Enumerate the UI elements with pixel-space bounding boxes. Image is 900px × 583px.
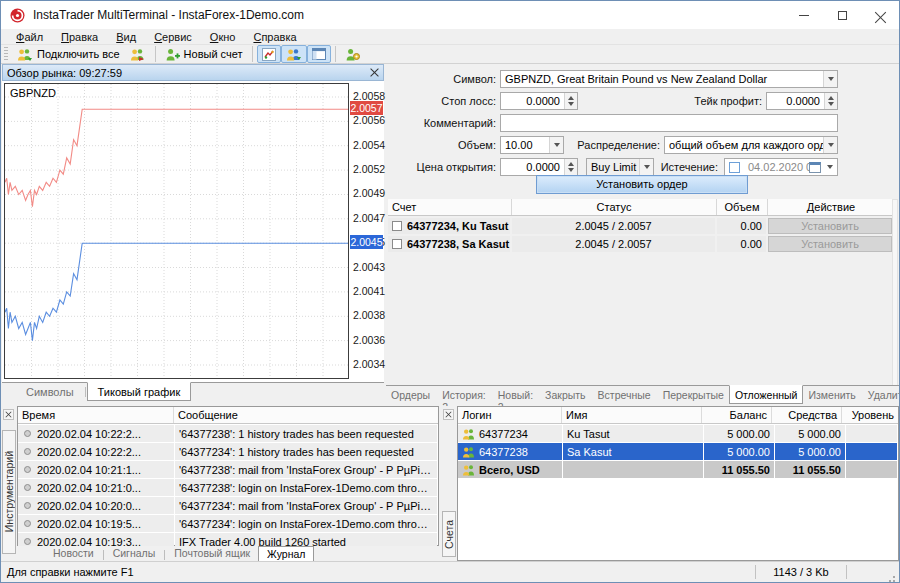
journal-table-header: Время Сообщение	[18, 407, 438, 424]
connect-all-button[interactable]: Подключить все	[12, 45, 125, 63]
tab-modify[interactable]: Изменить	[803, 386, 860, 403]
place-order-button[interactable]: Установить ордер	[536, 175, 748, 194]
take-profit-field[interactable]: 0.0000	[766, 92, 838, 110]
toolbox-close-button[interactable]	[3, 409, 14, 420]
journal-row[interactable]: 2020.02.04 10:21:0... '64377238': login …	[18, 479, 438, 496]
status-cell: 2.0045 / 2.0057	[512, 236, 715, 252]
menu-help[interactable]: Справка	[244, 31, 305, 43]
menu-edit[interactable]: Правка	[52, 31, 107, 43]
maximize-icon	[838, 11, 847, 20]
resize-grip-icon[interactable]	[893, 576, 895, 578]
column-header-level[interactable]: Уровень	[842, 407, 898, 423]
column-header-balance[interactable]: Баланс	[702, 407, 772, 423]
toolbox-vertical-tab[interactable]: Инструментарий	[2, 430, 16, 554]
expiration-value: 04.02.2020 09:37	[744, 161, 809, 173]
accounts-table-header: Логин Имя Баланс Средства Уровень	[458, 407, 898, 424]
account-row[interactable]: 64377234 Ku Tasut 5 000.00 5 000.00	[458, 425, 898, 442]
symbol-label: Символ:	[386, 70, 496, 88]
symbol-select[interactable]: GBPNZD, Great Britain Pound vs New Zeala…	[500, 70, 838, 88]
journal-table: Время Сообщение 2020.02.04 10:22:2... '6…	[17, 406, 439, 546]
column-header-account[interactable]: Счет	[388, 199, 512, 215]
chevron-down-icon[interactable]	[549, 137, 563, 153]
chevron-down-icon[interactable]	[639, 159, 653, 175]
account-row-selected[interactable]: 64377238 Sa Kasut 5 000.00 5 000.00	[458, 443, 898, 460]
distribution-select[interactable]: общий объем для каждого ордера	[664, 136, 838, 154]
stop-loss-field[interactable]: 0.0000	[500, 92, 578, 110]
toolbox-toggle[interactable]	[307, 45, 331, 63]
tick-chart[interactable]: GBPNZD 2.00582.00562.00542.00522.00492.0…	[2, 81, 384, 382]
bid-price-badge: 2.0045	[350, 235, 383, 249]
chevron-down-icon[interactable]	[823, 71, 837, 87]
close-button[interactable]	[861, 1, 899, 29]
accounts-close-button[interactable]	[443, 409, 454, 420]
tab-close[interactable]: Закрыть	[540, 386, 590, 403]
tab-tick-chart[interactable]: Тиковый график	[87, 382, 192, 401]
calendar-icon[interactable]	[809, 162, 821, 173]
title-bar: InstaTrader MultiTerminal - InstaForex-1…	[1, 1, 899, 29]
menu-file[interactable]: Файл	[7, 31, 52, 43]
accounts-toggle[interactable]	[281, 45, 307, 63]
level-cell	[846, 443, 897, 460]
market-watch-toggle[interactable]	[257, 45, 281, 63]
volume-select[interactable]: 10.00	[500, 136, 564, 154]
journal-row[interactable]: 2020.02.04 10:20:0... '64377234': mail f…	[18, 497, 438, 514]
market-watch-header[interactable]: Обзор рынка: 09:27:59	[2, 64, 384, 81]
set-order-button[interactable]: Установить	[768, 218, 892, 234]
order-table-row[interactable]: 64377238, Sa Kasut 2.0045 / 2.0057 0.00 …	[388, 236, 894, 252]
maximize-button[interactable]	[823, 1, 861, 29]
expert-settings-button[interactable]	[340, 45, 365, 63]
set-order-button[interactable]: Установить	[768, 236, 892, 252]
toolbox-side-strip: Инструментарий	[1, 406, 17, 561]
journal-row[interactable]: 2020.02.04 10:21:1... '64377238': mail f…	[18, 461, 438, 478]
chevron-down-icon[interactable]	[823, 159, 837, 175]
expiration-field[interactable]: 04.02.2020 09:37	[724, 158, 838, 176]
spinner-arrows-icon[interactable]	[564, 159, 577, 175]
disconnect-button[interactable]	[125, 45, 151, 63]
accounts-icon	[286, 48, 302, 61]
status-help-text: Для справки нажмите F1	[1, 566, 755, 578]
tab-mailbox[interactable]: Почтовый ящик	[166, 546, 258, 560]
column-header-login[interactable]: Логин	[458, 407, 562, 423]
column-header-equity[interactable]: Средства	[772, 407, 842, 423]
menu-view[interactable]: Вид	[107, 31, 145, 43]
toolbox-window-icon	[312, 48, 326, 60]
spinner-arrows-icon[interactable]	[824, 93, 837, 109]
journal-row[interactable]: 2020.02.04 10:22:2... '64377238': 1 hist…	[18, 425, 438, 442]
minimize-button[interactable]	[785, 1, 823, 29]
account-checkbox[interactable]	[392, 221, 402, 231]
column-header-time[interactable]: Время	[18, 407, 174, 423]
journal-row[interactable]: 2020.02.04 10:19:5... '64377234': login …	[18, 515, 438, 532]
order-table-row[interactable]: 64377234, Ku Tasut 2.0045 / 2.0057 0.00 …	[388, 218, 894, 234]
scrollbar[interactable]	[892, 199, 898, 387]
accounts-vertical-tab[interactable]: Счета	[442, 511, 456, 557]
market-watch-close-icon[interactable]	[370, 68, 379, 77]
menu-window[interactable]: Окно	[201, 31, 245, 43]
account-checkbox[interactable]	[392, 239, 402, 249]
toolbar-grip[interactable]	[4, 47, 8, 61]
order-type-select[interactable]: Buy Limit	[586, 158, 654, 176]
price-axis-label: 2.0041	[353, 285, 383, 297]
column-header-name[interactable]: Имя	[562, 407, 702, 423]
tab-overlapped[interactable]: Перекрытые	[658, 386, 729, 403]
tab-symbols[interactable]: Символы	[16, 383, 84, 400]
tab-signals[interactable]: Сигналы	[105, 546, 164, 560]
market-watch-title: Обзор рынка: 09:27:59	[7, 67, 370, 79]
expiration-checkbox[interactable]	[729, 162, 740, 173]
chevron-down-icon[interactable]	[823, 137, 837, 153]
menu-service[interactable]: Сервис	[145, 31, 201, 43]
tab-pending[interactable]: Отложенный	[729, 385, 804, 404]
tab-orders[interactable]: Ордеры	[386, 386, 435, 403]
new-account-button[interactable]: Новый счет	[160, 45, 248, 63]
journal-row[interactable]: 2020.02.04 10:22:2... '64377234': 1 hist…	[18, 443, 438, 460]
column-header-action[interactable]: Действие	[768, 199, 894, 215]
tab-journal[interactable]: Журнал	[258, 546, 314, 562]
tab-counter[interactable]: Встречные	[593, 386, 656, 403]
comment-input[interactable]	[500, 114, 838, 132]
column-header-volume[interactable]: Объем	[717, 199, 768, 215]
spinner-arrows-icon[interactable]	[564, 93, 577, 109]
tab-news[interactable]: Новости	[45, 546, 102, 560]
tab-delete[interactable]: Удалить	[863, 386, 900, 403]
open-price-field[interactable]: 0.0000	[500, 158, 578, 176]
column-header-message[interactable]: Сообщение	[174, 407, 438, 423]
column-header-status[interactable]: Статус	[512, 199, 717, 215]
